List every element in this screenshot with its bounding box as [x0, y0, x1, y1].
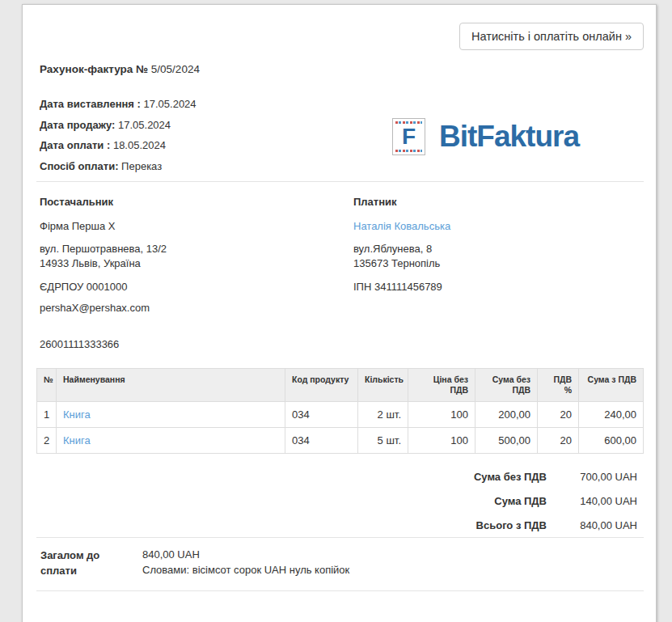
buyer-address-line2: 135673 Тернопіль [353, 257, 440, 269]
bitfaktura-logo-icon: F [392, 118, 425, 155]
row2-gross-amount: 600,00 [579, 428, 644, 454]
row1-number: 1 [37, 402, 57, 428]
table-row: 1 Книга 034 2 шт. 100 200,00 20 240,00 [37, 402, 644, 428]
summary-amount: 840,00 UAH [142, 548, 349, 562]
seller-section: Постачальник Фірма Перша X вул. Першотра… [40, 182, 353, 314]
summary-amount-words: Словами: вісімсот сорок UAH нуль копійок [142, 563, 349, 578]
buyer-name-link[interactable]: Наталія Ковальська [353, 220, 450, 232]
totals-gross-value: 840,00 UAH [547, 519, 637, 531]
totals-vat-row: Сума ПДВ 140,00 UAH [36, 489, 637, 513]
row1-product-code: 034 [285, 402, 358, 428]
row1-gross-amount: 240,00 [579, 402, 644, 428]
invoice-meta: Дата виставлення : 17.05.2024 Дата прода… [36, 99, 644, 181]
item-name-link[interactable]: Книга [63, 434, 91, 446]
payment-method-label: Спосіб оплати: [40, 160, 118, 172]
row1-vat-rate: 20 [538, 402, 579, 428]
row2-vat-rate: 20 [538, 428, 579, 454]
seller-heading: Постачальник [40, 196, 353, 208]
totals-net-label: Сума без ПДВ [474, 471, 547, 483]
summary-section: Загалом до сплати 840,00 UAH Словами: ві… [36, 538, 644, 590]
seller-bank-account: 26001111333366 [36, 338, 644, 350]
row2-quantity: 5 шт. [358, 428, 408, 454]
payment-due-date-line: Дата оплати : 18.05.2024 [40, 140, 197, 151]
pay-online-button[interactable]: Натисніть і оплатіть онлайн » [459, 23, 644, 50]
payment-method-value: Переказ [121, 160, 162, 172]
invoice-number: 5/05/2024 [151, 63, 200, 75]
row2-net-amount: 500,00 [475, 428, 538, 454]
issue-date-label: Дата виставлення : [40, 98, 141, 110]
seller-tax-id: ЄДРПОУ 0001000 [40, 281, 353, 293]
bitfaktura-logo: F BitFaktura [392, 92, 579, 181]
buyer-tax-id: ІПН 341111456789 [353, 281, 644, 293]
summary-total-due-label: Загалом до сплати [40, 548, 113, 578]
payment-due-date-label: Дата оплати : [40, 139, 110, 151]
bitfaktura-wordmark: BitFaktura [439, 120, 579, 154]
seller-address-line2: 14933 Львів, Україна [40, 257, 141, 269]
table-row: 2 Книга 034 5 шт. 100 500,00 20 600,00 [37, 428, 644, 454]
invoice-card: Натисніть і оплатіть онлайн » Рахунок-фа… [22, 4, 657, 622]
buyer-address-line1: вул.Яблунева, 8 [353, 243, 432, 255]
th-vat-rate: ПДВ % [538, 369, 579, 402]
sale-date-line: Дата продажу: 17.05.2024 [40, 120, 197, 131]
seller-address-line1: вул. Першотравнева, 13/2 [40, 243, 167, 255]
totals-net-row: Сума без ПДВ 700,00 UAH [36, 464, 637, 489]
sale-date-value: 17.05.2024 [118, 119, 171, 131]
totals-gross-label: Всього з ПДВ [476, 519, 547, 531]
summary-divider-bottom [36, 590, 644, 591]
item-name-link[interactable]: Книга [63, 408, 91, 421]
items-table: № Найменування Код продукту Кількість Ці… [36, 368, 644, 454]
payment-due-date-value: 18.05.2024 [113, 139, 166, 151]
th-net-amount: Сума без ПДВ [475, 369, 538, 402]
th-gross-amount: Сума з ПДВ [579, 369, 644, 402]
row1-net-amount: 200,00 [475, 402, 538, 428]
logo-dashes-bottom [395, 150, 422, 152]
totals-section: Сума без ПДВ 700,00 UAH Сума ПДВ 140,00 … [36, 464, 644, 537]
pay-row: Натисніть і оплатіть онлайн » [36, 23, 644, 50]
th-name: Найменування [57, 369, 285, 402]
th-quantity: Кількість [358, 369, 408, 402]
buyer-heading: Платник [353, 196, 644, 208]
totals-vat-label: Сума ПДВ [494, 495, 547, 507]
parties-section: Постачальник Фірма Перша X вул. Першотра… [36, 182, 644, 314]
invoice-title: Рахунок-фактура № 5/05/2024 [36, 63, 644, 75]
row2-number: 2 [37, 428, 57, 454]
row1-quantity: 2 шт. [358, 402, 408, 428]
issue-date-line: Дата виставлення : 17.05.2024 [40, 99, 197, 110]
row1-unit-price: 100 [408, 402, 475, 428]
seller-address: вул. Першотравнева, 13/2 14933 Львів, Ук… [40, 242, 353, 271]
seller-name: Фірма Перша X [40, 220, 353, 232]
th-number: № [37, 369, 57, 402]
th-product-code: Код продукту [285, 369, 358, 402]
buyer-section: Платник Наталія Ковальська вул.Яблунева,… [353, 182, 644, 314]
logo-letter-f: F [395, 124, 422, 150]
row2-product-code: 034 [285, 428, 358, 454]
buyer-address: вул.Яблунева, 8 135673 Тернопіль [353, 242, 644, 271]
invoice-title-label: Рахунок-фактура № [40, 63, 148, 75]
totals-net-value: 700,00 UAH [547, 471, 637, 483]
row2-unit-price: 100 [408, 428, 475, 454]
th-unit-price-net: Ціна без ПДВ [408, 369, 475, 402]
totals-vat-value: 140,00 UAH [547, 495, 637, 507]
items-table-header-row: № Найменування Код продукту Кількість Ці… [37, 369, 644, 402]
sale-date-label: Дата продажу: [40, 119, 115, 131]
seller-email: pershaX@pershax.com [40, 302, 353, 314]
payment-method-line: Спосіб оплати: Переказ [40, 161, 197, 172]
invoice-dates: Дата виставлення : 17.05.2024 Дата прода… [40, 99, 197, 181]
issue-date-value: 17.05.2024 [144, 98, 197, 110]
totals-gross-row: Всього з ПДВ 840,00 UAH [36, 513, 637, 537]
summary-value-block: 840,00 UAH Словами: вісімсот сорок UAH н… [142, 548, 349, 578]
